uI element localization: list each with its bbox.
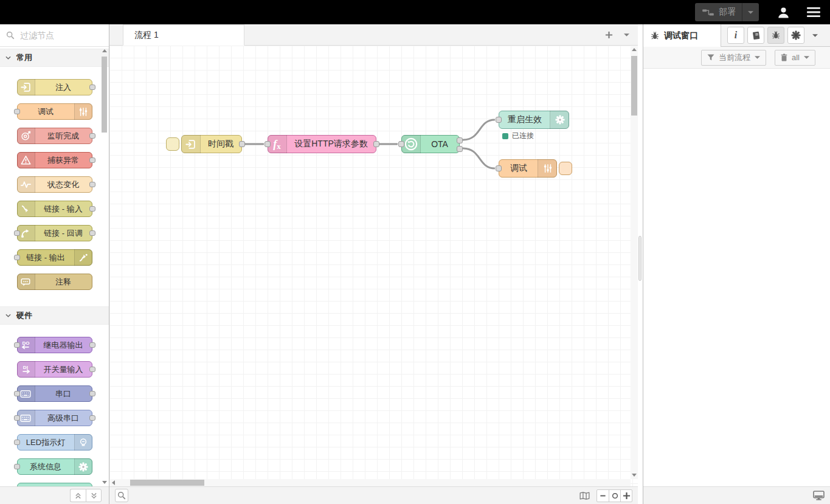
sidebar-tool-info[interactable]: i <box>727 27 744 44</box>
debug-clear-label: all <box>792 53 800 62</box>
flow-node-inject[interactable]: 时间戳 <box>181 135 242 153</box>
node-input-port <box>14 342 20 348</box>
main-menu-button[interactable] <box>807 7 820 17</box>
palette-category-header[interactable]: 常用 <box>0 49 109 67</box>
palette-node-0-0[interactable]: 注入 <box>17 79 92 95</box>
palette-node-1-2[interactable]: 串口 <box>17 385 92 402</box>
expand-all-button[interactable] <box>86 489 102 502</box>
vertical-scroll-thumb[interactable] <box>631 56 637 116</box>
funnel-icon <box>707 54 714 61</box>
chevron-down-icon <box>5 314 11 317</box>
tab-debug-window[interactable]: 调试窗口 <box>643 24 721 47</box>
flow-node-label: 调试 <box>499 160 556 177</box>
chevron-down-icon <box>755 56 760 59</box>
palette-node-label: 注释 <box>18 274 92 289</box>
wire[interactable] <box>463 148 495 168</box>
palette-node-0-1[interactable]: 调试 <box>17 103 92 120</box>
palette-search-input[interactable] <box>19 30 103 41</box>
palette-node-1-6[interactable] <box>17 483 92 486</box>
deploy-options-caret[interactable] <box>742 3 759 21</box>
palette-scroll-thumb[interactable] <box>102 57 107 133</box>
debug-clear-button[interactable]: all <box>775 50 815 66</box>
palette-node-1-1[interactable]: DI开关量输入 <box>17 361 92 378</box>
canvas-vertical-scrollbar[interactable] <box>631 46 638 479</box>
flow-node-restart[interactable]: 重启生效 <box>499 111 569 129</box>
palette-node-1-5[interactable]: 系统信息 <box>17 458 92 475</box>
palette-node-list: DO继电器输出DI开关量输入串口高级串口LED指示灯系统信息 <box>0 325 109 486</box>
debug-filter-button[interactable]: 当前流程 <box>701 50 766 66</box>
palette-node-0-5[interactable]: 链接 - 输入 <box>17 201 92 217</box>
palette-scrollbar[interactable] <box>102 49 108 484</box>
node-palette: 常用注入调试监听完成捕获异常状态变化链接 - 输入链接 - 回调链接 - 输出注… <box>0 24 109 504</box>
sidebar-tool-help[interactable] <box>747 27 764 44</box>
flow-canvas[interactable]: 时间戳fx设置HTTP请求参数OTA重启生效已连接调试 <box>109 46 638 486</box>
canvas-search-button[interactable] <box>115 489 128 502</box>
scroll-up-arrow-icon[interactable] <box>632 48 637 51</box>
palette-node-1-0[interactable]: DO继电器输出 <box>17 337 92 353</box>
horizontal-scroll-thumb[interactable] <box>130 480 204 486</box>
trash-icon <box>781 54 787 61</box>
palette-node-0-3[interactable]: 捕获异常 <box>17 152 92 168</box>
collapse-all-button[interactable] <box>70 489 86 502</box>
flow-tab-label: 流程 1 <box>134 30 159 41</box>
navigator-button[interactable] <box>576 489 592 502</box>
canvas-horizontal-scrollbar[interactable] <box>109 479 631 486</box>
sidebar-tool-config[interactable] <box>787 27 804 44</box>
open-console-button[interactable] <box>813 491 825 500</box>
user-button[interactable] <box>777 6 790 19</box>
deploy-button[interactable]: 部署 <box>695 3 759 21</box>
menu-icon <box>807 7 820 17</box>
palette-scroll-area: 常用注入调试监听完成捕获异常状态变化链接 - 输入链接 - 回调链接 - 输出注… <box>0 47 109 486</box>
palette-category-label: 常用 <box>16 52 32 63</box>
add-flow-button[interactable] <box>605 31 613 39</box>
palette-node-label: LED指示灯 <box>18 435 92 450</box>
palette-node-0-4[interactable]: 状态变化 <box>17 176 92 193</box>
sidebar-menu-caret[interactable] <box>812 24 818 46</box>
palette-node-0-2[interactable]: 监听完成 <box>17 128 92 144</box>
palette-node-1-4[interactable]: LED指示灯 <box>17 434 92 450</box>
inject-button[interactable] <box>166 137 179 151</box>
right-sidebar: 调试窗口 i 当前流程 all <box>643 24 830 504</box>
palette-node-0-8[interactable]: 注释 <box>17 274 92 290</box>
node-output-port <box>89 85 95 90</box>
flow-node-label: 时间戳 <box>182 136 241 153</box>
scroll-up-arrow-icon[interactable] <box>102 49 107 52</box>
palette-node-label: 注入 <box>18 80 92 95</box>
scroll-left-arrow-icon[interactable] <box>112 480 115 485</box>
flow-node-label: 重启生效 <box>499 111 569 128</box>
node-output-port-1[interactable] <box>457 137 463 143</box>
flow-node-ota[interactable]: OTA <box>401 135 460 153</box>
palette-node-label: 捕获异常 <box>18 153 92 168</box>
node-input-port[interactable] <box>398 141 404 147</box>
sidebar-tool-debug[interactable] <box>767 27 784 44</box>
palette-node-0-7[interactable]: 链接 - 输出 <box>17 249 92 266</box>
node-output-port[interactable] <box>239 141 245 147</box>
palette-category-label: 硬件 <box>16 310 32 321</box>
node-output-port-2[interactable] <box>457 146 463 152</box>
wire[interactable] <box>463 120 495 140</box>
scroll-down-arrow-icon[interactable] <box>102 481 107 484</box>
flow-node-function[interactable]: fx设置HTTP请求参数 <box>268 135 376 153</box>
node-output-port <box>89 415 95 421</box>
node-output-port <box>89 206 95 212</box>
palette-footer <box>0 486 109 504</box>
palette-category-header[interactable]: 硬件 <box>0 306 109 325</box>
splitter-drag-handle[interactable] <box>638 236 642 281</box>
node-input-port[interactable] <box>496 165 502 171</box>
palette-node-0-6[interactable]: 链接 - 回调 <box>17 225 92 241</box>
palette-node-1-3[interactable]: 高级串口 <box>17 410 92 426</box>
node-output-port[interactable] <box>373 141 379 147</box>
debug-toggle-button[interactable] <box>559 162 572 175</box>
zoom-in-button[interactable] <box>620 490 632 502</box>
tab-flow-1[interactable]: 流程 1 <box>123 24 244 46</box>
scroll-down-arrow-icon[interactable] <box>632 474 637 477</box>
zoom-out-button[interactable] <box>597 490 609 502</box>
node-input-port[interactable] <box>265 141 271 147</box>
node-input-port[interactable] <box>496 117 502 123</box>
flow-list-caret[interactable] <box>624 33 629 36</box>
flow-node-debug[interactable]: 调试 <box>499 159 557 178</box>
node-output-port <box>89 342 95 348</box>
workspace-tabbar: 流程 1 <box>109 24 638 46</box>
deploy-icon <box>695 9 719 16</box>
zoom-reset-button[interactable] <box>609 490 620 502</box>
